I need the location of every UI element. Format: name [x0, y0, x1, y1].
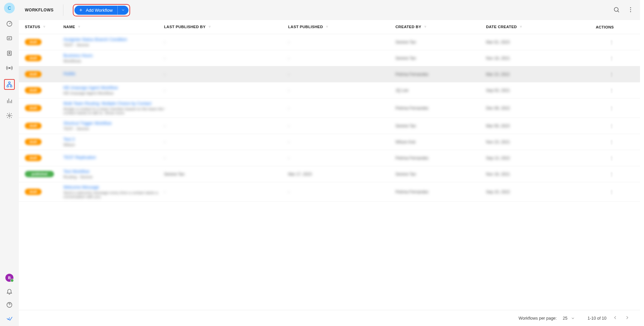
cell-name: Test Workflow Routing - Serene [63, 169, 164, 179]
per-page-label: Workflows per page: [519, 316, 557, 321]
cell-last-published: - [288, 156, 395, 160]
table-header: STATUS NAME LAST PUBLISHED BY LAST PUBLI… [19, 20, 640, 34]
highlight-add-workflow: Add Workflow [73, 4, 130, 16]
page-title: WORKFLOWS [25, 8, 54, 12]
table-row[interactable]: draft Test 3 Wilson - - Wilson Kok Nov 2… [19, 134, 640, 150]
cell-last-published-by: - [164, 106, 288, 111]
table-row[interactable]: draft Business Hours Workflows - - Seren… [19, 50, 640, 66]
current-user-avatar[interactable]: B [5, 274, 13, 282]
cell-created-by: Petrina Fernandez [395, 156, 486, 160]
settings-icon[interactable] [6, 112, 13, 119]
status-badge: draft [25, 189, 42, 195]
col-last-published[interactable]: LAST PUBLISHED [288, 25, 395, 29]
main-content: STATUS NAME LAST PUBLISHED BY LAST PUBLI… [19, 20, 640, 326]
status-badge: published [25, 171, 54, 177]
cell-last-published: Mar 17, 2023 [288, 172, 395, 177]
row-more-icon[interactable]: ⋮ [609, 189, 614, 194]
svg-rect-7 [10, 85, 12, 87]
cell-name: Assignee Status Branch Condition TEST - … [63, 37, 164, 47]
cell-created-by: Petrina Fernandez [395, 72, 486, 77]
row-more-icon[interactable]: ⋮ [609, 56, 614, 61]
row-more-icon[interactable]: ⋮ [609, 155, 614, 160]
col-date-created[interactable]: DATE CREATED [486, 25, 570, 29]
cell-last-published-by: - [164, 88, 288, 93]
table-row[interactable]: draft Assignee Status Branch Condition T… [19, 34, 640, 50]
row-more-icon[interactable]: ⋮ [609, 72, 614, 77]
cell-last-published: - [288, 88, 395, 93]
cell-name: Welcome Message Send a welcome message e… [63, 185, 164, 199]
row-more-icon[interactable]: ⋮ [609, 40, 614, 45]
page-range: 1-10 of 10 [588, 316, 606, 321]
cell-last-published-by: - [164, 140, 288, 144]
svg-point-8 [9, 115, 10, 117]
status-badge: draft [25, 155, 42, 161]
table-row[interactable]: draft Shortcut Trigger Workflow TEST - S… [19, 118, 640, 134]
svg-rect-1 [7, 37, 11, 40]
cell-last-published-by: - [164, 40, 288, 45]
cell-date-created: Mar 02, 2023 [486, 40, 570, 45]
status-badge: draft [25, 105, 42, 111]
row-more-icon[interactable]: ⋮ [609, 139, 614, 144]
svg-point-10 [614, 7, 618, 11]
row-more-icon[interactable]: ⋮ [609, 88, 614, 93]
cell-created-by: Serene Tan [395, 124, 486, 128]
cell-date-created: Sep 03, 2021 [486, 88, 570, 93]
sort-icon [423, 25, 427, 29]
col-last-published-by[interactable]: LAST PUBLISHED BY [164, 25, 288, 29]
cell-last-published-by: - [164, 156, 288, 160]
divider [63, 4, 63, 16]
search-icon[interactable] [613, 6, 620, 14]
cell-date-created: Nov 16, 2021 [486, 56, 570, 61]
svg-rect-6 [7, 85, 9, 87]
cell-date-created: Nov 23, 2021 [486, 140, 570, 144]
status-badge: draft [25, 39, 42, 45]
table-row[interactable]: published Test Workflow Routing - Serene… [19, 166, 640, 182]
add-workflow-button[interactable]: Add Workflow [74, 6, 117, 15]
col-name[interactable]: NAME [63, 25, 164, 29]
table-row[interactable]: draft Hubilo - - Petrina Fernandez Mar 2… [19, 66, 640, 82]
dashboard-icon[interactable] [6, 20, 13, 27]
help-icon[interactable] [6, 301, 13, 309]
table-row[interactable]: draft Welcome Message Send a welcome mes… [19, 182, 640, 202]
svg-point-3 [9, 52, 10, 53]
highlight-workflows-nav [4, 79, 15, 90]
cell-date-created: Sep 15, 2022 [486, 190, 570, 194]
broadcast-icon[interactable] [6, 64, 13, 72]
per-page-select[interactable]: 25 [563, 316, 575, 321]
table-row[interactable]: draft Multi Team Routing: Multiple Choic… [19, 99, 640, 118]
notifications-icon[interactable] [6, 288, 13, 295]
cell-created-by: Serene Tan [395, 56, 486, 61]
more-icon[interactable] [627, 6, 634, 14]
row-more-icon[interactable]: ⋮ [609, 172, 614, 177]
cell-last-published-by: Serene Tan [164, 172, 288, 177]
table-row[interactable]: draft TEST Replication - - Petrina Ferna… [19, 150, 640, 166]
cell-name: KB Unassign Agent Workflow KB Unassign A… [63, 85, 164, 95]
cell-created-by: Wilson Kok [395, 140, 486, 144]
col-status[interactable]: STATUS [25, 25, 63, 29]
table-body: draft Assignee Status Branch Condition T… [19, 34, 640, 326]
reports-icon[interactable] [6, 97, 13, 105]
cell-name: Hubilo [63, 71, 164, 77]
contacts-icon[interactable] [6, 50, 13, 57]
messages-icon[interactable] [6, 35, 13, 42]
cell-last-published-by: - [164, 124, 288, 128]
sort-icon [325, 25, 329, 29]
status-badge: draft [25, 139, 42, 145]
workspace-avatar[interactable]: C [4, 3, 15, 13]
cell-created-by: Serene Tan [395, 40, 486, 45]
workflows-icon[interactable] [6, 81, 13, 88]
svg-rect-5 [9, 82, 10, 83]
cell-last-published-by: - [164, 56, 288, 61]
svg-point-12 [630, 9, 631, 10]
prev-page-button[interactable] [612, 315, 618, 321]
col-created-by[interactable]: CREATED BY [395, 25, 486, 29]
cell-last-published-by: - [164, 190, 288, 194]
table-row[interactable]: draft KB Unassign Agent Workflow KB Unas… [19, 82, 640, 99]
brand-icon[interactable] [6, 315, 13, 322]
cell-date-created: Mar 09, 2023 [486, 124, 570, 128]
row-more-icon[interactable]: ⋮ [609, 106, 614, 111]
add-workflow-dropdown[interactable] [117, 6, 128, 15]
cell-last-published: - [288, 56, 395, 61]
row-more-icon[interactable]: ⋮ [609, 123, 614, 128]
next-page-button[interactable] [625, 315, 630, 321]
